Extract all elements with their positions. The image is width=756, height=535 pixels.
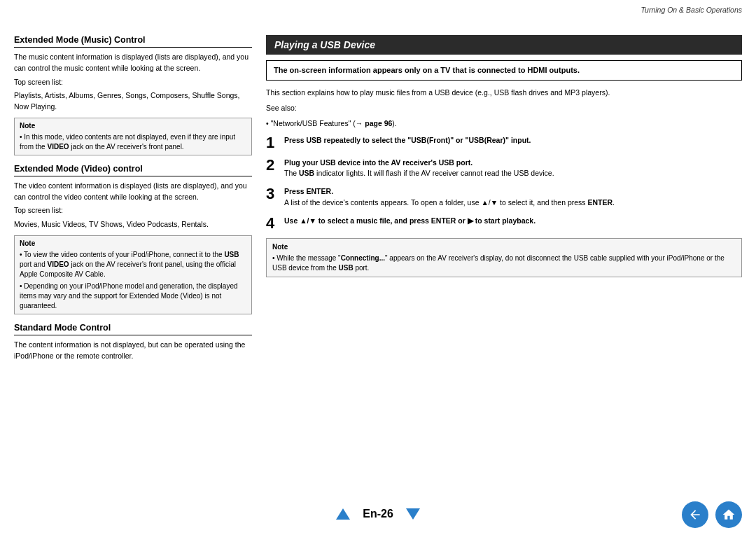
note-bullet-1: • To view the video contents of your iPo… (20, 250, 246, 279)
page-number: En-26 (363, 508, 393, 520)
right-note-box: Note • While the message "Connecting..."… (266, 238, 742, 277)
extended-music-note: Note • In this mode, video contents are … (14, 118, 252, 155)
step-1: 1 Press USB repeatedly to select the "US… (266, 135, 742, 151)
step-body-2: The USB indicator lights. It will flash … (284, 168, 742, 179)
standard-mode-title: Standard Mode Control (14, 323, 252, 335)
page-navigation: En-26 (336, 508, 420, 520)
step-title-2: Plug your USB device into the AV receive… (284, 158, 742, 169)
usb-intro: This section explains how to play music … (266, 88, 742, 99)
prev-page-arrow[interactable] (336, 508, 350, 520)
standard-mode-section: Standard Mode Control The content inform… (14, 323, 252, 362)
step-number-2: 2 (266, 158, 279, 173)
home-button[interactable] (715, 501, 742, 528)
left-column: Extended Mode (Music) Control The music … (14, 35, 252, 370)
note-label-2: Note (20, 239, 246, 249)
extended-music-title: Extended Mode (Music) Control (14, 35, 252, 48)
step-number-1: 1 (266, 135, 279, 151)
note-bullet-2: • Depending on your iPod/iPhone model an… (20, 282, 246, 311)
extended-video-section: Extended Mode (Video) control The video … (14, 164, 252, 314)
step-title-4: Use ▲/▼ to select a music file, and pres… (284, 216, 536, 225)
note-label-right: Note (272, 242, 736, 252)
step-number-3: 3 (266, 186, 279, 202)
see-also-label: See also: (266, 103, 742, 114)
step-number-4: 4 (266, 216, 279, 231)
bottom-icons (682, 501, 742, 528)
step-3: 3 Press ENTER. A list of the device's co… (266, 186, 742, 209)
extended-music-section: Extended Mode (Music) Control The music … (14, 35, 252, 155)
steps-list: 1 Press USB repeatedly to select the "US… (266, 135, 742, 231)
step-content-4: Use ▲/▼ to select a music file, and pres… (284, 216, 742, 227)
extended-video-list-label: Top screen list: (14, 205, 252, 216)
extended-music-list: Playlists, Artists, Albums, Genres, Song… (14, 90, 252, 113)
right-column: Playing a USB Device The on-screen infor… (266, 35, 742, 370)
right-note-text: • While the message "Connecting..." appe… (272, 254, 724, 272)
see-also-link: • "Network/USB Features" (→ page 96). (266, 118, 742, 130)
extended-music-body: The music content information is display… (14, 52, 252, 74)
extended-video-title: Extended Mode (Video) control (14, 164, 252, 176)
extended-video-list: Movies, Music Videos, TV Shows, Video Po… (14, 219, 252, 230)
chapter-title: Turning On & Basic Operations (640, 6, 742, 14)
page-footer: En-26 (0, 493, 756, 535)
note-label-1: Note (20, 121, 246, 131)
standard-mode-body: The content information is not displayed… (14, 340, 252, 362)
playing-usb-header: Playing a USB Device (266, 35, 742, 55)
step-title-3: Press ENTER. (284, 186, 742, 197)
back-button[interactable] (682, 501, 708, 528)
extended-music-list-label: Top screen list: (14, 77, 252, 88)
step-2: 2 Plug your USB device into the AV recei… (266, 158, 742, 180)
next-page-arrow[interactable] (406, 508, 420, 520)
step-content-3: Press ENTER. A list of the device's cont… (284, 186, 742, 209)
hdmi-notice: The on-screen information appears only o… (266, 60, 742, 81)
step-content-2: Plug your USB device into the AV receive… (284, 158, 742, 180)
extended-video-note: Note • To view the video contents of you… (14, 235, 252, 314)
note-text-1: • In this mode, video contents are not d… (20, 133, 235, 151)
step-content-1: Press USB repeatedly to select the "USB(… (284, 135, 742, 146)
extended-video-body: The video content information is display… (14, 181, 252, 203)
step-body-3: A list of the device's contents appears.… (284, 197, 742, 209)
step-title-1: Press USB repeatedly to select the "USB(… (284, 136, 531, 144)
step-4: 4 Use ▲/▼ to select a music file, and pr… (266, 216, 742, 231)
